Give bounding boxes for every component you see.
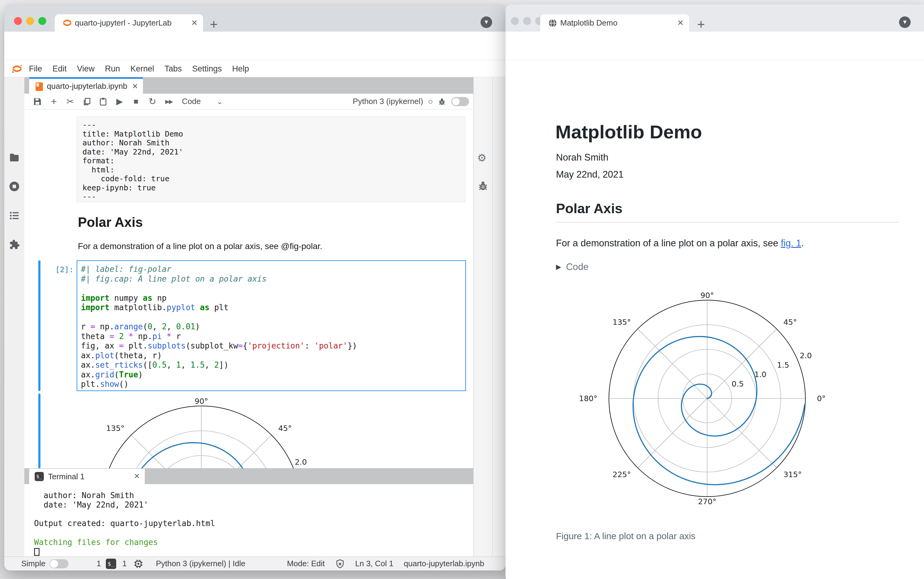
traffic-minimize-button[interactable] bbox=[523, 17, 531, 25]
cursor-position[interactable]: Ln 3, Col 1 bbox=[355, 559, 394, 568]
text-line: import numpy as np bbox=[81, 293, 462, 303]
traffic-zoom-button[interactable] bbox=[38, 17, 46, 25]
cut-cells-icon[interactable]: ✂ bbox=[62, 96, 78, 107]
text-line bbox=[34, 528, 473, 538]
notebook-tab-close-icon[interactable]: ✕ bbox=[132, 79, 138, 94]
figure-caption: Figure 1: A line plot on a polar axis bbox=[556, 531, 696, 541]
file-browser-icon[interactable] bbox=[8, 152, 20, 163]
debugger-toggle[interactable] bbox=[451, 97, 469, 106]
svg-text:270°: 270° bbox=[698, 497, 716, 506]
text-line: r = np.arange(0, 2, 0.01) bbox=[81, 322, 462, 332]
output-collapser[interactable] bbox=[38, 394, 41, 468]
text-line: ax.set_rticks([0.5, 1, 1.5, 2]) bbox=[81, 360, 462, 370]
browser-tab-strip-left: quarto-jupyterl - JupyterLab ✕ + ▾ bbox=[4, 4, 505, 32]
notebook-tab-label: quarto-jupyterlab.ipynb bbox=[47, 79, 128, 94]
tab-search-button[interactable]: ▾ bbox=[899, 16, 911, 28]
restart-run-all-icon[interactable]: ▶▶ bbox=[160, 96, 177, 107]
text-line: format: bbox=[82, 156, 460, 165]
traffic-close-button[interactable] bbox=[511, 17, 519, 25]
menu-item-view[interactable]: View bbox=[72, 60, 100, 77]
terminal-icon: $_ bbox=[35, 472, 44, 481]
figure-1-polar-chart: 0°45°90°135°180°225°270°315°0.51.01.52.0 bbox=[576, 283, 838, 528]
browser-tab-strip-right: Matplotlib Demo ✕ + ▾ bbox=[505, 4, 924, 32]
notebook-tab[interactable]: quarto-jupyterlab.ipynb ✕ bbox=[29, 77, 143, 94]
tab-title: Matplotlib Demo bbox=[560, 14, 617, 32]
menu-item-tabs[interactable]: Tabs bbox=[159, 60, 187, 77]
browser-tab-preview[interactable]: Matplotlib Demo ✕ bbox=[540, 14, 689, 32]
page-title: Matplotlib Demo bbox=[555, 121, 702, 142]
debugger-icon[interactable] bbox=[477, 180, 489, 191]
svg-text:1.5: 1.5 bbox=[777, 361, 789, 370]
text-line bbox=[81, 312, 462, 322]
input-collapser[interactable] bbox=[38, 260, 41, 391]
copy-cells-icon[interactable] bbox=[78, 96, 95, 107]
text-line: html: bbox=[82, 165, 460, 175]
table-of-contents-icon[interactable] bbox=[8, 210, 20, 221]
menu-item-edit[interactable]: Edit bbox=[47, 60, 72, 77]
tab-search-button[interactable]: ▾ bbox=[481, 16, 492, 28]
extension-manager-icon[interactable] bbox=[8, 239, 20, 250]
svg-text:90°: 90° bbox=[700, 291, 714, 300]
terminal-status-icon[interactable]: $_ bbox=[106, 559, 116, 569]
markdown-heading: Polar Axis bbox=[78, 215, 143, 230]
kernel-status-icon[interactable]: ○ bbox=[428, 97, 433, 106]
new-tab-button[interactable]: + bbox=[697, 18, 705, 31]
run-cell-icon[interactable]: ▶ bbox=[111, 96, 128, 107]
jupyterlab-browser-window: quarto-jupyterl - JupyterLab ✕ + ▾ ← → ↻… bbox=[4, 4, 505, 571]
figure-link[interactable]: fig. 1 bbox=[781, 238, 801, 249]
tab-title: quarto-jupyterl - JupyterLab bbox=[75, 14, 172, 32]
svg-text:135°: 135° bbox=[613, 318, 631, 327]
terminal-tab-label: Terminal 1 bbox=[48, 469, 85, 484]
tab-close-icon[interactable]: ✕ bbox=[191, 14, 198, 32]
toolbar-debugger-icon[interactable] bbox=[437, 97, 446, 106]
jupyter-logo bbox=[11, 64, 23, 74]
new-tab-button[interactable]: + bbox=[210, 18, 218, 31]
kernels-count: 1 bbox=[122, 559, 126, 568]
simple-mode-toggle[interactable] bbox=[49, 559, 69, 568]
jupyterlab-right-sidebar: ⚙ bbox=[473, 77, 505, 556]
cell-type-caret-icon[interactable]: ⌄ bbox=[217, 97, 222, 106]
section-heading: Polar Axis bbox=[556, 201, 898, 216]
insert-cell-icon[interactable]: + bbox=[46, 96, 62, 107]
menu-item-run[interactable]: Run bbox=[100, 60, 125, 77]
terminal-tab-close-icon[interactable]: ✕ bbox=[134, 469, 140, 484]
text-line: theta = 2 * np.pi * r bbox=[81, 332, 462, 342]
jupyter-favicon bbox=[63, 18, 72, 28]
tab-close-icon[interactable]: ✕ bbox=[677, 14, 684, 32]
svg-text:45°: 45° bbox=[278, 424, 292, 433]
sidebar-divider bbox=[492, 77, 493, 556]
trust-shield-icon[interactable] bbox=[335, 559, 345, 569]
traffic-minimize-button[interactable] bbox=[26, 17, 34, 25]
terminal-output[interactable]: author: Norah Smith date: 'May 22nd, 202… bbox=[25, 484, 473, 556]
property-inspector-icon[interactable]: ⚙ bbox=[477, 152, 489, 164]
notebook-toolbar: + ✂ ▶ ■ ↻ ▶▶ Code ⌄ Python 3 (ipykernel)… bbox=[25, 94, 473, 110]
stop-kernel-icon[interactable]: ■ bbox=[128, 96, 144, 107]
terminal-cursor bbox=[34, 548, 39, 556]
text-line: title: Matplotlib Demo bbox=[82, 129, 460, 139]
yaml-raw-cell[interactable]: ---title: Matplotlib Demoauthor: Norah S… bbox=[77, 116, 465, 202]
menu-item-file[interactable]: File bbox=[24, 60, 47, 77]
text-line: ax.grid(True) bbox=[81, 370, 462, 380]
cell-output-area: 0°45°90°135°180°225°270°315°0.51.01.52.0 bbox=[77, 394, 335, 468]
quarto-rendered-page: Matplotlib Demo Norah Smith May 22nd, 20… bbox=[505, 60, 924, 579]
mode-indicator[interactable]: Mode: Edit bbox=[287, 559, 324, 568]
kernel-status-text[interactable]: Python 3 (ipykernel) | Idle bbox=[156, 559, 245, 568]
menu-item-settings[interactable]: Settings bbox=[187, 60, 227, 77]
menu-item-kernel[interactable]: Kernel bbox=[125, 60, 159, 77]
traffic-close-button[interactable] bbox=[14, 17, 22, 25]
code-fold-toggle[interactable]: ▶ Code bbox=[556, 262, 589, 273]
kernel-name-button[interactable]: Python 3 (ipykernel) bbox=[353, 97, 423, 106]
text-line: Watching files for changes bbox=[34, 538, 473, 547]
terminal-tab[interactable]: $_ Terminal 1 ✕ bbox=[29, 469, 145, 484]
disclosure-triangle-icon: ▶ bbox=[556, 263, 561, 271]
code-cell-editor[interactable]: #| label: fig-polar#| fig.cap: A line pl… bbox=[77, 260, 466, 391]
paste-cells-icon[interactable] bbox=[95, 96, 111, 107]
terminals-count: 1 bbox=[96, 559, 101, 568]
running-sessions-icon[interactable] bbox=[8, 181, 20, 192]
menu-item-help[interactable]: Help bbox=[227, 60, 254, 77]
cell-type-dropdown[interactable]: Code bbox=[182, 97, 201, 106]
browser-tab-jupyterlab[interactable]: quarto-jupyterl - JupyterLab ✕ bbox=[55, 14, 203, 32]
restart-kernel-icon[interactable]: ↻ bbox=[144, 96, 160, 107]
save-icon[interactable] bbox=[29, 96, 46, 107]
kernel-chip-icon[interactable] bbox=[133, 559, 144, 569]
